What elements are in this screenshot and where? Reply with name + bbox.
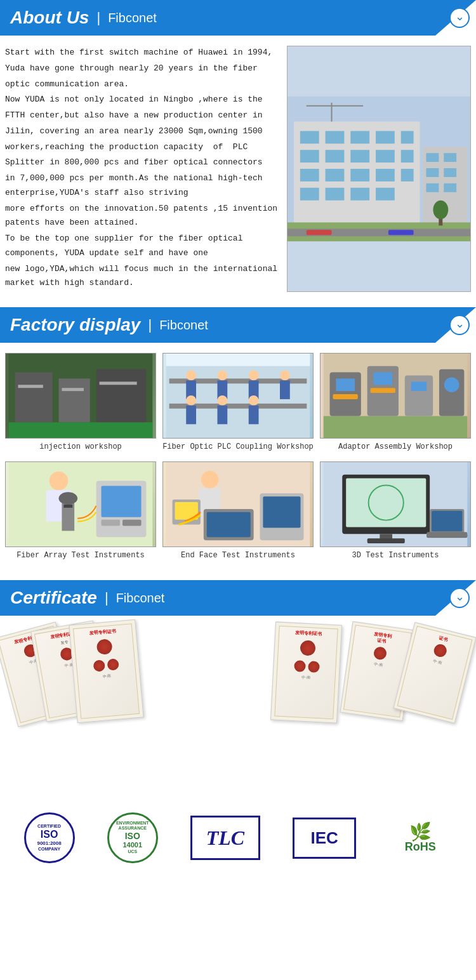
about-para-11: To be the top one supplier for the fiber… [5, 232, 279, 261]
about-para-7: workers,reaching the production capacity… [5, 140, 279, 155]
svg-rect-15 [376, 169, 395, 182]
cert-card-3: 发明专利证书 中·南 [69, 619, 143, 724]
svg-rect-88 [207, 512, 251, 537]
company-text: COMPANY [38, 847, 60, 852]
svg-point-48 [186, 371, 196, 381]
about-para-8: Splitter in 800,000 pcs and fiber optica… [5, 156, 279, 170]
svg-rect-61 [249, 406, 259, 425]
svg-rect-42 [62, 388, 83, 391]
rohs-leaf-icon: 🌿 [409, 823, 432, 841]
factory-header-divider: | [148, 317, 152, 333]
factory-row-2: Fiber Array Test Instruments [5, 461, 471, 560]
svg-rect-8 [326, 150, 345, 162]
svg-rect-23 [444, 153, 456, 162]
svg-rect-98 [367, 538, 405, 543]
svg-rect-45 [166, 354, 310, 366]
svg-rect-10 [376, 150, 395, 162]
iec-logo: IEC [293, 818, 356, 859]
svg-rect-82 [102, 520, 121, 526]
svg-rect-9 [350, 150, 369, 162]
tlc-badge: TLC [190, 816, 260, 860]
svg-rect-63 [324, 416, 468, 438]
svg-rect-31 [388, 230, 414, 235]
svg-rect-41 [18, 385, 43, 388]
iec-badge: IEC [293, 818, 356, 859]
factory-item-fiber-array: Fiber Array Test Instruments [5, 461, 156, 560]
about-para-9: in 7,000,000 pcs per month.As the nation… [5, 171, 279, 201]
svg-rect-70 [411, 381, 427, 391]
svg-rect-20 [376, 188, 395, 201]
environment-text: ENVIRONMENT [116, 821, 149, 826]
injection-workshop-label: injection workshop [5, 442, 156, 451]
cert-header-divider: | [105, 590, 109, 606]
about-us-text: Start with the first switch machine of H… [5, 46, 279, 292]
rohs-text: RoHS [405, 841, 436, 852]
tlc-text: TLC [206, 826, 244, 850]
rohs-logo: 🌿 RoHS [388, 818, 452, 859]
factory-item-end-face: End Face Test Instruments [162, 461, 314, 560]
svg-rect-12 [300, 169, 319, 182]
svg-rect-55 [280, 380, 290, 399]
svg-point-56 [186, 395, 196, 406]
iec-text: IEC [310, 828, 338, 848]
iso-text: ISO [41, 828, 58, 840]
rohs-badge: 🌿 RoHS [388, 818, 452, 859]
injection-workshop-image [5, 353, 156, 439]
svg-rect-27 [444, 183, 456, 192]
factory-item-injection: injection workshop [5, 353, 156, 451]
svg-rect-73 [371, 388, 395, 393]
svg-rect-26 [426, 183, 439, 192]
svg-rect-30 [307, 230, 332, 235]
factory-row-1: injection workshop [5, 353, 471, 451]
svg-rect-40 [9, 422, 153, 438]
svg-rect-68 [336, 378, 355, 391]
svg-rect-69 [374, 373, 393, 385]
iso-14001-logo: ENVIRONMENT ASSURANCE ISO 14001 UCS [107, 812, 158, 863]
about-para-6: Jilin, covering an area nearly 23000 Sqm… [5, 124, 279, 139]
factory-display-chevron[interactable] [449, 315, 470, 335]
svg-rect-24 [426, 168, 439, 177]
svg-point-58 [249, 395, 259, 406]
iso14-text: ISO [125, 831, 140, 842]
header-divider: | [96, 10, 100, 26]
certificate-title: Certificate [10, 588, 97, 608]
certification-logos: CERTIFIED ISO 9001:2008 COMPANY ENVIRONM… [0, 800, 476, 882]
svg-rect-18 [326, 188, 345, 201]
adaptor-assembly-label: Adaptor Assembly Workshop [320, 442, 471, 451]
svg-rect-83 [122, 520, 142, 526]
about-us-section: Start with the first switch machine of H… [0, 36, 476, 307]
certificate-section: 发明专利证书 中·南 发明专利证书 发专 中·南 发明专利证书 中·南 发明专利… [0, 616, 476, 800]
factory-display-section: injection workshop [0, 343, 476, 580]
tlc-logo: TLC [190, 816, 260, 860]
svg-rect-22 [426, 153, 439, 162]
svg-rect-102 [426, 532, 467, 537]
svg-rect-19 [350, 188, 369, 201]
svg-point-85 [201, 471, 219, 489]
factory-item-3d: 3D Test Instruments [320, 461, 471, 560]
svg-rect-2 [300, 131, 319, 143]
svg-rect-25 [444, 168, 456, 177]
svg-rect-11 [401, 150, 414, 162]
svg-rect-66 [405, 375, 433, 416]
svg-point-50 [249, 371, 259, 381]
svg-rect-3 [326, 131, 345, 143]
iso-9001-logo: CERTIFIED ISO 9001:2008 COMPANY [24, 812, 75, 863]
fiber-array-label: Fiber Array Test Instruments [5, 551, 156, 560]
about-para-4: Now YUDA is not only located in Ningbo ,… [5, 93, 279, 107]
certificate-header: Certificate | Fibconet [0, 580, 476, 616]
certificate-chevron[interactable] [449, 588, 470, 608]
adaptor-assembly-image [320, 353, 471, 439]
about-para-1: Start with the first switch machine of H… [5, 46, 279, 60]
plc-coupling-image [162, 353, 314, 439]
about-para-12: new logo,YDA,which will focus much in th… [5, 262, 279, 291]
svg-rect-60 [217, 406, 227, 425]
assurance-text: ASSURANCE [119, 826, 147, 831]
svg-rect-37 [15, 373, 53, 423]
about-us-header: About Us | Fibconet [0, 0, 476, 36]
svg-rect-17 [300, 188, 319, 201]
factory-display-subtitle: Fibconet [159, 318, 208, 333]
about-us-chevron[interactable] [449, 8, 470, 28]
end-face-image [162, 461, 314, 547]
iso-14001-number: 14001 [122, 841, 142, 849]
about-para-10: more efforts on the innovation.50 patent… [5, 202, 279, 231]
